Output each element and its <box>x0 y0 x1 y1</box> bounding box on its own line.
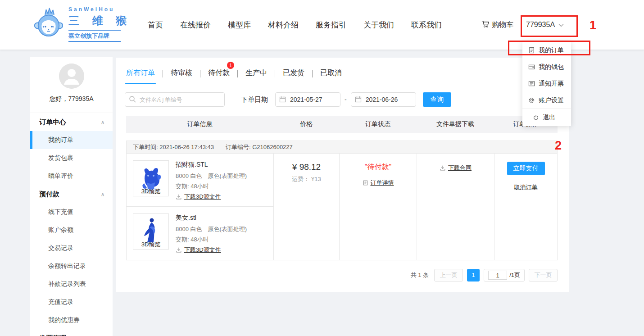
menu-item-label: 通知开票 <box>539 80 564 88</box>
prev-page-button[interactable]: 上一页 <box>434 269 463 282</box>
logo-subtitle: 嘉立创旗下品牌 <box>68 30 121 42</box>
pay-now-button[interactable]: 立即支付 <box>507 162 545 175</box>
order-price: ¥ 98.12 <box>292 162 321 172</box>
next-page-button[interactable]: 下一页 <box>529 269 558 282</box>
menu-item-logout[interactable]: 退出 <box>522 109 571 126</box>
chevron-down-icon <box>558 21 564 29</box>
product-name: 招财猫.STL <box>176 161 247 169</box>
search-box <box>125 92 225 107</box>
order-detail-link[interactable]: 订单详情 <box>363 179 394 187</box>
download-icon <box>176 247 182 253</box>
menu-item-account-settings[interactable]: 账户设置 <box>522 92 571 109</box>
sidebar-item-account-balance[interactable]: 账户余额 <box>30 221 113 239</box>
main-nav: 首页 在线报价 模型库 材料介绍 服务指引 关于我们 联系我们 <box>148 0 442 50</box>
pagination-total: 共 1 条 <box>411 271 429 279</box>
sidebar-item-my-coupons[interactable]: 我的优惠券 <box>30 311 113 329</box>
sidebar-item-balance-transfer-records[interactable]: 余额转出记录 <box>30 257 113 275</box>
page-jump-suffix: /1页 <box>509 271 520 279</box>
col-price: 价格 <box>273 120 339 128</box>
sidebar-item-transactions[interactable]: 交易记录 <box>30 239 113 257</box>
sidebar: 您好，779935A 订单中心 ∧ 我的订单 发货包裹 晒单评价 预付款 ∧ 线… <box>30 57 113 336</box>
page-jump-input[interactable] <box>488 271 507 280</box>
logo-zh: 三 维 猴 <box>68 14 121 28</box>
tab-shipped[interactable]: 已发货 <box>283 68 304 79</box>
nav-home[interactable]: 首页 <box>148 20 163 30</box>
avatar <box>59 64 84 89</box>
menu-item-my-orders[interactable]: 我的订单 <box>522 42 571 59</box>
logo-text: SanWeiHou 三 维 猴 嘉立创旗下品牌 <box>68 6 121 42</box>
calendar-icon <box>355 96 362 104</box>
sidebar-item-order-reviews[interactable]: 晒单评价 <box>30 167 113 185</box>
tab-cancelled[interactable]: 已取消 <box>320 68 342 79</box>
query-button[interactable]: 查询 <box>423 92 451 107</box>
filter-row: 下单日期 - 查询 <box>125 92 451 107</box>
calendar-icon <box>279 96 286 104</box>
order-files-column: 下载合同 <box>417 154 494 260</box>
orders-panel: 所有订单 待审核 待付款 1 生产中 已发货 已取消 下单日期 <box>116 58 569 292</box>
nav-contact-us[interactable]: 联系我们 <box>411 20 442 30</box>
product-info: 美女.stl 8000 白色 原色(表面处理) 交期: 48小时 下载3D源文件 <box>176 213 247 260</box>
preview-3d-link[interactable]: 3D预览 <box>133 241 168 249</box>
sidebar-item-offline-recharge[interactable]: 线下充值 <box>30 203 113 221</box>
order-detail-icon <box>363 180 368 186</box>
download-3d-source-label: 下载3D源文件 <box>184 246 221 254</box>
order-time: 下单时间: 2021-06-26 17:43:43 <box>133 143 214 151</box>
site-logo[interactable]: SanWeiHou 三 维 猴 嘉立创旗下品牌 <box>34 6 121 42</box>
order-card-header: 下单时间: 2021-06-26 17:43:43 订单编号: G2106260… <box>127 141 557 154</box>
cancel-order-link[interactable]: 取消订单 <box>514 183 538 191</box>
download-icon <box>176 194 182 200</box>
section-title: 订单中心 <box>39 118 66 127</box>
col-order-info: 订单信息 <box>126 120 273 128</box>
orders-table-header: 订单信息 价格 订单状态 文件单据下载 订单操作 <box>126 116 558 133</box>
monkey-logo-icon <box>34 7 63 42</box>
order-detail-label: 订单详情 <box>371 179 394 187</box>
order-card-body: 3D预览 招财猫.STL 8000 白色 原色(表面处理) 交期: 48小时 下… <box>127 154 557 260</box>
product-specs: 8000 白色 原色(表面处理) <box>176 172 247 180</box>
tab-all-orders[interactable]: 所有订单 <box>126 68 155 79</box>
preview-3d-link[interactable]: 3D预览 <box>133 187 168 195</box>
download-3d-source-link[interactable]: 下载3D源文件 <box>176 193 247 201</box>
nav-materials[interactable]: 材料介绍 <box>268 20 299 30</box>
menu-item-invoice-notice[interactable]: 通知开票 <box>522 75 571 92</box>
download-3d-source-link[interactable]: 下载3D源文件 <box>176 246 247 254</box>
product-delivery: 交期: 48小时 <box>176 182 247 191</box>
user-dropdown-menu: 我的订单 我的钱包 通知开票 账户设置 退出 <box>522 41 571 126</box>
product-thumbnail: 3D预览 <box>133 213 169 250</box>
sidebar-item-my-orders[interactable]: 我的订单 <box>30 131 113 149</box>
nav-online-quote[interactable]: 在线报价 <box>180 20 211 30</box>
sidebar-item-recharge-records[interactable]: 充值记录 <box>30 293 113 311</box>
orders-icon <box>528 47 535 54</box>
search-input[interactable] <box>125 92 225 107</box>
sidebar-section-order-center[interactable]: 订单中心 ∧ <box>30 113 113 131</box>
order-item-row: 3D预览 美女.stl 8000 白色 原色(表面处理) 交期: 48小时 下载… <box>127 207 273 260</box>
product-name: 美女.stl <box>176 214 247 222</box>
product-delivery: 交期: 48小时 <box>176 236 247 244</box>
col-file-downloads: 文件单据下载 <box>417 120 494 128</box>
sidebar-item-supplement-records[interactable]: 补款记录列表 <box>30 275 113 293</box>
download-contract-link[interactable]: 下载合同 <box>440 164 472 172</box>
cart-icon <box>481 20 490 30</box>
tab-pending-payment[interactable]: 待付款 1 <box>208 68 230 79</box>
nav-model-library[interactable]: 模型库 <box>228 20 251 30</box>
cart-button[interactable]: 购物车 <box>481 0 513 50</box>
nav-service-guide[interactable]: 服务指引 <box>316 20 346 30</box>
tab-pending-review[interactable]: 待审核 <box>171 68 192 79</box>
date-range-dash: - <box>345 96 347 103</box>
username: 779935A <box>526 21 555 29</box>
order-price-column: ¥ 98.12 运费： ¥13 <box>273 154 339 260</box>
nav-about-us[interactable]: 关于我们 <box>363 20 394 30</box>
chevron-up-icon: ∧ <box>101 191 104 197</box>
gear-icon <box>528 97 535 104</box>
sidebar-section-prepayment[interactable]: 预付款 ∧ <box>30 185 113 203</box>
tab-in-production[interactable]: 生产中 <box>245 68 267 79</box>
logo-en: SanWeiHou <box>68 6 121 13</box>
sidebar-section-invoice-management[interactable]: 发票管理 ∧ <box>30 329 113 336</box>
tab-separator <box>163 70 163 77</box>
order-tabs: 所有订单 待审核 待付款 1 生产中 已发货 已取消 <box>126 68 342 79</box>
order-date-label: 下单日期 <box>241 95 268 104</box>
product-info: 招财猫.STL 8000 白色 原色(表面处理) 交期: 48小时 下载3D源文… <box>176 160 247 206</box>
tab-separator <box>312 70 313 77</box>
menu-item-my-wallet[interactable]: 我的钱包 <box>522 59 571 75</box>
page-1-button[interactable]: 1 <box>467 269 480 282</box>
sidebar-item-shipping-packages[interactable]: 发货包裹 <box>30 149 113 167</box>
